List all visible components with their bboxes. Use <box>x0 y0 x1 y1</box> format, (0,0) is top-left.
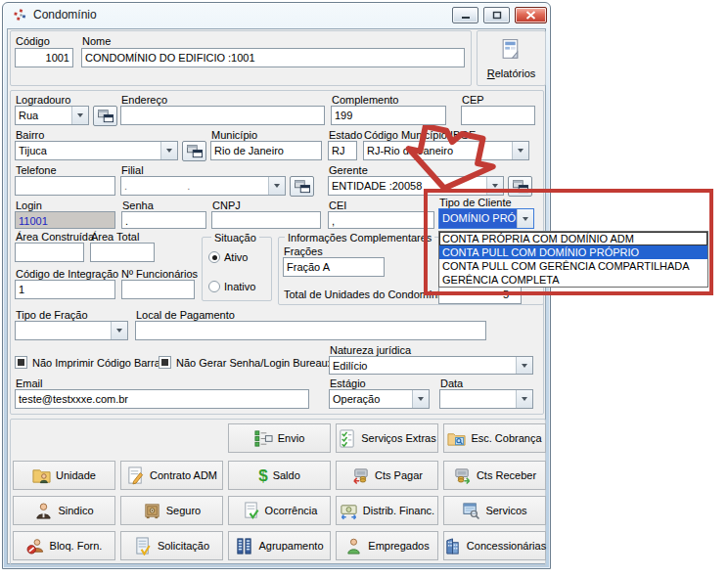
close-icon <box>525 10 536 22</box>
endereco-field[interactable] <box>120 106 325 125</box>
estagio-label: Estágio <box>330 377 366 389</box>
chevron-down-icon[interactable] <box>268 177 285 195</box>
municipio-label: Município <box>211 129 257 141</box>
tipo-fracao-combobox[interactable] <box>15 321 128 340</box>
info-complementares-legend: Informações Complementares <box>285 232 434 244</box>
data-combobox[interactable] <box>439 389 533 409</box>
municipio-field[interactable]: Rio de Janeiro <box>210 141 322 160</box>
relatorios-label: Relatórios <box>487 67 536 79</box>
minimize-icon <box>461 10 471 22</box>
telefone-field[interactable] <box>15 176 115 196</box>
gerente-lookup-button[interactable] <box>508 176 532 197</box>
logradouro-lookup-button[interactable] <box>93 106 117 126</box>
client-type-option[interactable]: GERÊNCIA COMPLETA <box>439 273 707 287</box>
num-funcionarios-field[interactable] <box>121 280 195 299</box>
area-total-label: Área Total <box>91 231 139 243</box>
senha-field[interactable]: . <box>121 211 206 229</box>
complemento-field[interactable]: 199 <box>331 106 446 125</box>
cei-field[interactable]: , <box>328 211 434 229</box>
window-title: Condomínio <box>33 8 97 22</box>
entity-lookup-icon <box>186 143 204 160</box>
cnpj-field[interactable] <box>211 211 321 229</box>
inativo-radio[interactable] <box>208 281 220 292</box>
ativo-radio[interactable] <box>208 251 220 263</box>
actions-panel <box>10 419 546 566</box>
chevron-down-icon[interactable] <box>516 357 532 374</box>
relatorios-button[interactable]: Relatórios <box>477 30 546 86</box>
client-type-option[interactable]: CONTA PULL COM DOMÍNIO PRÓPRIO <box>439 245 707 259</box>
situacao-legend: Situação <box>211 232 259 244</box>
ibge-combobox[interactable]: RJ-Rio de Janeiro <box>363 141 529 160</box>
fracoes-label: Frações <box>284 245 323 257</box>
codigo-label: Código <box>16 35 50 47</box>
natureza-juridica-combobox[interactable]: Edilício <box>329 356 533 375</box>
fracoes-field[interactable]: Fração A <box>283 257 385 277</box>
nome-label: Nome <box>82 35 111 47</box>
login-label: Login <box>16 200 42 211</box>
area-total-field[interactable] <box>90 243 155 262</box>
tipo-cliente-combobox[interactable]: DOMÍNIO PRÓPR <box>438 208 534 229</box>
chevron-down-icon[interactable] <box>512 142 528 159</box>
chevron-down-icon[interactable] <box>160 142 177 159</box>
cnpj-label: CNPJ <box>212 200 241 211</box>
bairro-lookup-button[interactable] <box>182 141 206 161</box>
close-button[interactable] <box>515 7 547 23</box>
chevron-down-icon[interactable] <box>517 209 533 228</box>
inativo-label: Inativo <box>224 281 255 292</box>
chevron-down-icon[interactable] <box>486 177 503 195</box>
estagio-combobox[interactable]: Operação <box>329 389 430 409</box>
data-value <box>440 390 516 408</box>
client-type-option[interactable]: CONTA PULL COM GERÊNCIA COMPARTILHADA <box>439 259 707 273</box>
chevron-down-icon[interactable] <box>71 107 88 124</box>
tipo-fracao-value <box>16 322 111 339</box>
natureza-juridica-label: Natureza jurídica <box>330 344 411 356</box>
natureza-juridica-value: Edilício <box>330 357 516 374</box>
num-funcionarios-label: Nº Funcionários <box>121 268 198 280</box>
codigo-field[interactable]: 1001 <box>15 48 73 67</box>
gerente-value: ENTIDADE :20058 <box>329 177 486 195</box>
email-label: Email <box>16 377 43 389</box>
local-pagamento-field[interactable] <box>135 321 486 340</box>
area-construida-field[interactable] <box>15 243 84 262</box>
ativo-label: Ativo <box>224 251 248 263</box>
filial-lookup-button[interactable] <box>290 176 314 197</box>
local-pagamento-label: Local de Pagamento <box>136 309 235 321</box>
chevron-down-icon[interactable] <box>111 322 127 339</box>
total-unidades-field[interactable]: 5 <box>438 285 522 304</box>
senha-label: Senha <box>122 200 154 211</box>
estagio-value: Operação <box>330 390 412 408</box>
nao-imprimir-codigo-barra-label: Não Imprimir Código Barra <box>32 357 160 369</box>
filial-value: . . <box>121 177 268 195</box>
tipo-cliente-label: Tipo de Cliente <box>439 197 512 208</box>
filial-combobox[interactable]: . . <box>120 176 286 196</box>
screen: Condomínio Código 1001 Nome CONDOMÍNIO D… <box>0 0 728 577</box>
bairro-combobox[interactable]: Tijuca <box>15 141 178 160</box>
cei-label: CEI <box>329 200 346 211</box>
ibge-value: RJ-Rio de Janeiro <box>364 142 512 159</box>
complemento-label: Complemento <box>332 94 398 106</box>
gerente-combobox[interactable]: ENTIDADE :20058 <box>328 176 504 196</box>
cep-label: CEP <box>462 94 484 106</box>
nome-field[interactable]: CONDOMÍNIO DO EDIFICIO :1001 <box>81 48 465 67</box>
nao-gerar-senha-bureaux-checkbox[interactable] <box>159 356 171 369</box>
minimize-button[interactable] <box>452 7 478 23</box>
chevron-down-icon[interactable] <box>412 390 429 408</box>
login-field[interactable]: 11001 <box>15 211 115 229</box>
client-type-option[interactable]: CONTA PRÓPRIA COM DOMÍNIO ADM <box>439 232 707 245</box>
logradouro-combobox[interactable]: Rua <box>15 106 89 125</box>
data-label: Data <box>440 377 463 389</box>
filial-label: Filial <box>121 164 144 176</box>
entity-lookup-icon <box>97 108 114 125</box>
bairro-value: Tijuca <box>16 142 160 159</box>
total-unidades-label: Total de Unidades do Condomínio <box>284 288 446 300</box>
telefone-label: Telefone <box>16 164 57 176</box>
chevron-down-icon[interactable] <box>516 390 532 408</box>
maximize-button[interactable] <box>483 7 510 23</box>
entity-lookup-icon <box>512 178 529 196</box>
area-construida-label: Área Construída <box>16 231 94 243</box>
estado-field[interactable]: RJ <box>328 141 357 160</box>
nao-imprimir-codigo-barra-checkbox[interactable] <box>15 356 27 369</box>
codigo-integracao-field[interactable]: 1 <box>15 280 115 299</box>
email-field[interactable]: teste@testxxxe.com.br <box>15 389 309 409</box>
cep-field[interactable] <box>461 106 535 125</box>
